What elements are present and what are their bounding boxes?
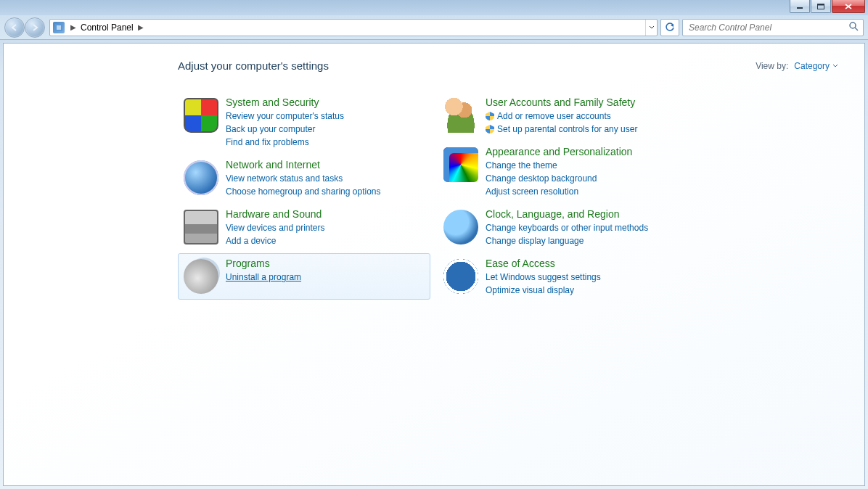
refresh-button[interactable] (660, 19, 679, 36)
category-title[interactable]: Network and Internet (226, 159, 425, 170)
category-ease-of-access[interactable]: Ease of Access Let Windows suggest setti… (438, 253, 690, 303)
category-title[interactable]: Appearance and Personalization (486, 146, 684, 157)
nav-bar: ▶ Control Panel ▶ (0, 15, 868, 40)
title-bar (0, 0, 868, 15)
category-system-security[interactable]: System and Security Review your computer… (178, 92, 430, 155)
search-box[interactable] (682, 19, 864, 36)
uac-shield-icon (486, 125, 494, 133)
category-user-accounts[interactable]: User Accounts and Family Safety Add or r… (438, 92, 690, 141)
search-icon (848, 21, 859, 33)
task-link[interactable]: Let Windows suggest settings (486, 271, 684, 284)
category-programs[interactable]: Programs Uninstall a program (178, 253, 430, 300)
breadcrumb-bar[interactable]: ▶ Control Panel ▶ (49, 19, 658, 36)
category-title[interactable]: Programs (226, 258, 425, 269)
maximize-button[interactable] (811, 0, 831, 13)
task-link[interactable]: Review your computer's status (226, 110, 425, 123)
category-appearance[interactable]: Appearance and Personalization Change th… (438, 141, 690, 204)
control-panel-icon (53, 22, 65, 33)
task-link[interactable]: Change the theme (486, 159, 684, 172)
nav-back-button[interactable] (4, 17, 25, 38)
globe-icon (184, 160, 218, 195)
category-title[interactable]: Hardware and Sound (226, 208, 425, 220)
svg-rect-2 (818, 4, 824, 5)
svg-rect-4 (57, 25, 61, 30)
task-link[interactable]: Change desktop background (486, 172, 684, 185)
task-link[interactable]: Find and fix problems (226, 136, 425, 149)
users-icon (443, 98, 478, 133)
svg-rect-0 (797, 7, 803, 9)
printer-icon (184, 210, 218, 244)
task-link[interactable]: Back up your computer (226, 123, 425, 136)
svg-point-5 (850, 22, 856, 28)
viewby-value: Category (794, 61, 830, 71)
task-link[interactable]: Choose homegroup and sharing options (226, 185, 425, 198)
task-link[interactable]: Add a device (226, 234, 425, 247)
nav-forward-button[interactable] (25, 17, 45, 38)
task-link[interactable]: Set up parental controls for any user (486, 123, 684, 136)
breadcrumb-chevron-icon: ▶ (67, 23, 79, 31)
shield-icon (184, 98, 218, 133)
task-link-uninstall[interactable]: Uninstall a program (226, 271, 425, 284)
breadcrumb-chevron-icon: ▶ (135, 23, 147, 31)
close-button[interactable] (832, 0, 865, 13)
category-title[interactable]: User Accounts and Family Safety (486, 96, 684, 108)
category-clock-language[interactable]: Clock, Language, and Region Change keybo… (438, 204, 690, 253)
viewby-dropdown[interactable]: Category (794, 61, 838, 71)
category-title[interactable]: Clock, Language, and Region (486, 208, 684, 220)
task-link[interactable]: View devices and printers (226, 221, 425, 234)
minimize-button[interactable] (790, 0, 810, 13)
uac-shield-icon (486, 112, 494, 120)
task-link[interactable]: View network status and tasks (226, 172, 425, 185)
page-title: Adjust your computer's settings (178, 59, 329, 72)
category-title[interactable]: Ease of Access (486, 258, 684, 269)
programs-icon (184, 259, 218, 294)
task-link[interactable]: Optimize visual display (486, 284, 684, 297)
ease-of-access-icon (443, 259, 478, 294)
task-link[interactable]: Change display language (486, 234, 684, 247)
breadcrumb-current[interactable]: Control Panel (79, 22, 135, 33)
appearance-icon (443, 147, 478, 182)
category-title[interactable]: System and Security (226, 96, 425, 108)
svg-line-6 (855, 28, 858, 30)
task-link[interactable]: Add or remove user accounts (486, 110, 684, 123)
task-link[interactable]: Adjust screen resolution (486, 185, 684, 198)
content-pane: Adjust your computer's settings View by:… (3, 43, 865, 486)
category-network-internet[interactable]: Network and Internet View network status… (178, 155, 430, 204)
chevron-down-icon (832, 64, 838, 68)
category-hardware-sound[interactable]: Hardware and Sound View devices and prin… (178, 204, 430, 253)
clock-icon (443, 210, 478, 244)
viewby-label: View by: (756, 61, 788, 71)
breadcrumb-dropdown[interactable] (645, 20, 657, 36)
task-link[interactable]: Change keyboards or other input methods (486, 221, 684, 234)
search-input[interactable] (687, 22, 848, 33)
